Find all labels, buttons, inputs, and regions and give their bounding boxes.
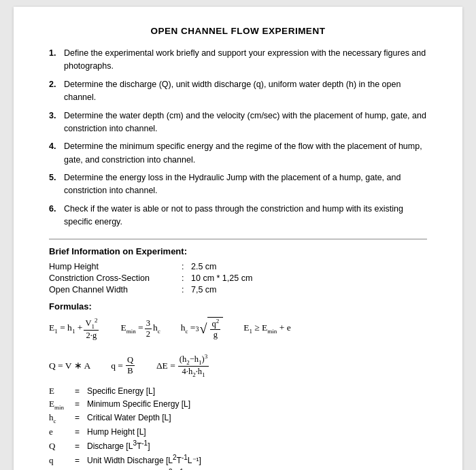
list-item-number: 5. bbox=[49, 171, 56, 184]
legend-row: q=Unit Width Discharge [L2T-1L⁻¹] bbox=[49, 454, 427, 466]
legend-variable: q bbox=[49, 455, 75, 466]
formula-e1-emin: E1 ≥ Emin + e bbox=[243, 322, 291, 335]
legend-row: E=Specific Energy [L] bbox=[49, 386, 427, 397]
sqrt-q2g: √ q2 g bbox=[199, 317, 223, 340]
legend-variable: Emin bbox=[49, 399, 75, 411]
legend-block: E=Specific Energy [L]Emin=Minimum Specif… bbox=[49, 386, 427, 470]
legend-description: Specific Energy [L] bbox=[87, 386, 427, 396]
formula-delta-e: ΔE = (h2−h1)3 4∙h2∙h1 bbox=[156, 353, 210, 379]
legend-variable: e bbox=[49, 426, 75, 437]
brief-value: 7,5 cm bbox=[191, 285, 427, 295]
list-item: 1.Define the experimental work briefly a… bbox=[49, 47, 427, 73]
fraction-Q-B: Q B bbox=[126, 355, 135, 376]
divider-1 bbox=[49, 239, 427, 239]
brief-info-row: Constriction Cross-Section:10 cm * 1,25 … bbox=[49, 273, 427, 283]
list-item: 4.Determine the minimum specific energy … bbox=[49, 140, 427, 167]
list-item: 2.Determine the discharge (Q), unit widt… bbox=[49, 78, 427, 105]
brief-value: 2.5 cm bbox=[191, 262, 427, 271]
list-item-number: 1. bbox=[49, 47, 56, 60]
formula-emin: Emin = 3 2 hc bbox=[120, 318, 160, 339]
legend-row: Emin=Minimum Specific Energy [L] bbox=[49, 399, 427, 411]
legend-description: Minimum Specific Energy [L] bbox=[87, 399, 427, 409]
brief-info-row: Hump Height:2.5 cm bbox=[49, 262, 427, 271]
legend-description: Hump Height [L] bbox=[87, 427, 427, 437]
legend-variable: hc bbox=[49, 412, 75, 424]
list-item-number: 4. bbox=[49, 140, 56, 153]
legend-equals: = bbox=[75, 456, 87, 465]
formula-e1: E1 = h1 + V12 2∙g bbox=[49, 317, 100, 341]
fraction-v1sq-2g: V12 2∙g bbox=[84, 317, 99, 341]
formulas-row-2: Q = V ∗ A q = Q B ΔE = (h2−h1)3 4∙h2∙h1 bbox=[49, 353, 427, 379]
formulas-title: Formulas: bbox=[49, 301, 427, 312]
brief-value: 10 cm * 1,25 cm bbox=[191, 273, 427, 283]
formula-q: Q = V ∗ A bbox=[49, 360, 90, 371]
brief-colon: : bbox=[182, 273, 191, 283]
page: OPEN CHANNEL FLOW EXPERIMENT 1.Define th… bbox=[14, 7, 462, 470]
legend-equals: = bbox=[75, 386, 87, 396]
list-item-number: 6. bbox=[49, 203, 56, 216]
brief-label: Open Channel Width bbox=[49, 285, 182, 295]
formula-hc: hc = 3 √ q2 g bbox=[181, 317, 223, 340]
list-item: 5.Determine the energy loss in the Hydra… bbox=[49, 171, 427, 198]
brief-section-title: Brief Information on Experiment: bbox=[49, 246, 427, 256]
brief-colon: : bbox=[182, 285, 191, 295]
legend-variable: Q bbox=[49, 441, 75, 452]
brief-info-block: Hump Height:2.5 cmConstriction Cross-Sec… bbox=[49, 262, 427, 295]
legend-variable: E bbox=[49, 386, 75, 397]
legend-description: Critical Water Depth [L] bbox=[87, 413, 427, 422]
formulas-row-1: E1 = h1 + V12 2∙g Emin = 3 2 hc hc = 3 √ bbox=[49, 317, 427, 341]
page-title: OPEN CHANNEL FLOW EXPERIMENT bbox=[49, 26, 427, 36]
list-item-number: 2. bbox=[49, 78, 56, 91]
brief-info-row: Open Channel Width:7,5 cm bbox=[49, 285, 427, 295]
legend-row: hc=Critical Water Depth [L] bbox=[49, 412, 427, 424]
legend-equals: = bbox=[75, 427, 87, 437]
formula-q-small: q = Q B bbox=[111, 355, 136, 376]
legend-equals: = bbox=[75, 413, 87, 422]
legend-description: Discharge [L3T-1] bbox=[87, 439, 427, 451]
brief-label: Hump Height bbox=[49, 262, 182, 271]
list-item: 3.Determine the water depth (cm) and the… bbox=[49, 110, 427, 136]
legend-equals: = bbox=[75, 441, 87, 451]
legend-description: Unit Width Discharge [L2T-1L⁻¹] bbox=[87, 454, 427, 465]
formula-e1-text: E1 = h1 + bbox=[49, 322, 82, 335]
fraction-q2-g: q2 g bbox=[210, 318, 220, 340]
legend-row: Q=Discharge [L3T-1] bbox=[49, 439, 427, 452]
fraction-deltaE: (h2−h1)3 4∙h2∙h1 bbox=[178, 353, 209, 379]
list-item-number: 3. bbox=[49, 110, 56, 122]
legend-row: e=Hump Height [L] bbox=[49, 426, 427, 437]
brief-colon: : bbox=[182, 262, 191, 271]
experiment-list: 1.Define the experimental work briefly a… bbox=[49, 47, 427, 229]
list-item: 6.Check if the water is able or not to p… bbox=[49, 203, 427, 229]
brief-label: Constriction Cross-Section bbox=[49, 273, 182, 283]
legend-equals: = bbox=[75, 399, 87, 409]
fraction-3-2: 3 2 bbox=[145, 318, 152, 339]
